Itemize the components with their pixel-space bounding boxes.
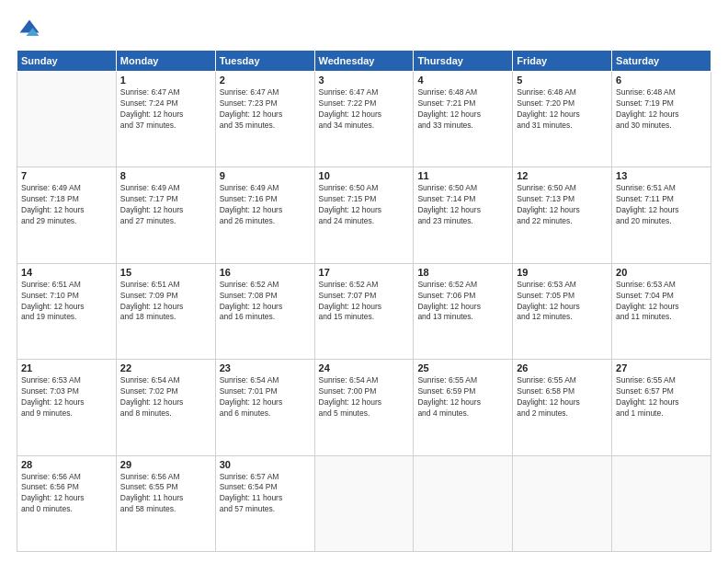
day-number: 11 — [417, 170, 508, 181]
day-info: Sunrise: 6:51 AM Sunset: 7:09 PM Dayligh… — [120, 280, 211, 324]
svg-marker-0 — [20, 20, 40, 33]
day-cell: 11Sunrise: 6:50 AM Sunset: 7:14 PM Dayli… — [414, 167, 513, 263]
day-cell: 16Sunrise: 6:52 AM Sunset: 7:08 PM Dayli… — [215, 263, 314, 359]
logo — [17, 17, 46, 42]
day-number: 15 — [120, 267, 211, 278]
day-info: Sunrise: 6:47 AM Sunset: 7:23 PM Dayligh… — [220, 87, 311, 132]
day-cell: 24Sunrise: 6:54 AM Sunset: 7:00 PM Dayli… — [314, 360, 414, 455]
day-cell: 19Sunrise: 6:53 AM Sunset: 7:05 PM Dayli… — [513, 263, 612, 359]
day-info: Sunrise: 6:49 AM Sunset: 7:17 PM Dayligh… — [120, 183, 211, 227]
day-number: 7 — [21, 170, 112, 181]
day-info: Sunrise: 6:53 AM Sunset: 7:04 PM Dayligh… — [616, 280, 707, 324]
day-info: Sunrise: 6:52 AM Sunset: 7:08 PM Dayligh… — [220, 280, 311, 324]
day-number: 13 — [616, 170, 707, 181]
day-number: 1 — [120, 75, 211, 86]
day-cell: 15Sunrise: 6:51 AM Sunset: 7:09 PM Dayli… — [116, 263, 215, 359]
day-info: Sunrise: 6:48 AM Sunset: 7:21 PM Dayligh… — [417, 87, 508, 132]
day-cell: 1Sunrise: 6:47 AM Sunset: 7:24 PM Daylig… — [116, 72, 215, 167]
weekday-header-tuesday: Tuesday — [215, 51, 314, 72]
day-info: Sunrise: 6:48 AM Sunset: 7:20 PM Dayligh… — [517, 87, 608, 132]
week-row-5: 28Sunrise: 6:56 AM Sunset: 6:56 PM Dayli… — [17, 455, 711, 551]
day-number: 9 — [220, 170, 311, 181]
day-info: Sunrise: 6:53 AM Sunset: 7:05 PM Dayligh… — [517, 280, 608, 324]
day-cell — [17, 72, 117, 167]
weekday-header-friday: Friday — [513, 51, 612, 72]
day-number: 17 — [319, 267, 410, 278]
page: SundayMondayTuesdayWednesdayThursdayFrid… — [0, 0, 728, 563]
weekday-header-saturday: Saturday — [612, 51, 711, 72]
day-info: Sunrise: 6:51 AM Sunset: 7:10 PM Dayligh… — [21, 280, 112, 324]
day-cell: 5Sunrise: 6:48 AM Sunset: 7:20 PM Daylig… — [513, 72, 612, 167]
weekday-header-sunday: Sunday — [17, 51, 117, 72]
day-number: 24 — [319, 362, 410, 373]
calendar-table: SundayMondayTuesdayWednesdayThursdayFrid… — [17, 50, 711, 552]
day-number: 21 — [21, 362, 112, 373]
day-number: 3 — [319, 75, 410, 86]
day-number: 10 — [319, 170, 410, 181]
day-cell: 6Sunrise: 6:48 AM Sunset: 7:19 PM Daylig… — [612, 72, 711, 167]
day-cell: 10Sunrise: 6:50 AM Sunset: 7:15 PM Dayli… — [314, 167, 414, 263]
weekday-header-monday: Monday — [116, 51, 215, 72]
day-info: Sunrise: 6:52 AM Sunset: 7:07 PM Dayligh… — [319, 280, 410, 324]
day-cell: 23Sunrise: 6:54 AM Sunset: 7:01 PM Dayli… — [215, 360, 314, 455]
day-info: Sunrise: 6:51 AM Sunset: 7:11 PM Dayligh… — [616, 183, 707, 227]
day-cell — [314, 455, 414, 551]
day-info: Sunrise: 6:52 AM Sunset: 7:06 PM Dayligh… — [417, 280, 508, 324]
day-number: 4 — [417, 75, 508, 86]
day-info: Sunrise: 6:50 AM Sunset: 7:14 PM Dayligh… — [417, 183, 508, 227]
week-row-4: 21Sunrise: 6:53 AM Sunset: 7:03 PM Dayli… — [17, 360, 711, 455]
day-number: 28 — [21, 459, 112, 470]
day-info: Sunrise: 6:49 AM Sunset: 7:18 PM Dayligh… — [21, 183, 112, 227]
day-cell: 28Sunrise: 6:56 AM Sunset: 6:56 PM Dayli… — [17, 455, 117, 551]
day-number: 22 — [120, 362, 211, 373]
day-cell: 27Sunrise: 6:55 AM Sunset: 6:57 PM Dayli… — [612, 360, 711, 455]
day-cell: 9Sunrise: 6:49 AM Sunset: 7:16 PM Daylig… — [215, 167, 314, 263]
week-row-3: 14Sunrise: 6:51 AM Sunset: 7:10 PM Dayli… — [17, 263, 711, 359]
day-info: Sunrise: 6:49 AM Sunset: 7:16 PM Dayligh… — [220, 183, 311, 227]
day-cell: 2Sunrise: 6:47 AM Sunset: 7:23 PM Daylig… — [215, 72, 314, 167]
day-number: 12 — [517, 170, 608, 181]
day-number: 6 — [616, 75, 707, 86]
day-info: Sunrise: 6:50 AM Sunset: 7:13 PM Dayligh… — [517, 183, 608, 227]
week-row-1: 1Sunrise: 6:47 AM Sunset: 7:24 PM Daylig… — [17, 72, 711, 167]
day-cell — [612, 455, 711, 551]
day-info: Sunrise: 6:53 AM Sunset: 7:03 PM Dayligh… — [21, 375, 112, 419]
day-number: 18 — [417, 267, 508, 278]
day-number: 2 — [220, 75, 311, 86]
day-cell: 25Sunrise: 6:55 AM Sunset: 6:59 PM Dayli… — [414, 360, 513, 455]
day-cell: 21Sunrise: 6:53 AM Sunset: 7:03 PM Dayli… — [17, 360, 117, 455]
day-info: Sunrise: 6:50 AM Sunset: 7:15 PM Dayligh… — [319, 183, 410, 227]
day-cell: 18Sunrise: 6:52 AM Sunset: 7:06 PM Dayli… — [414, 263, 513, 359]
day-number: 29 — [120, 459, 211, 470]
header — [17, 17, 711, 42]
day-cell: 7Sunrise: 6:49 AM Sunset: 7:18 PM Daylig… — [17, 167, 117, 263]
day-cell: 4Sunrise: 6:48 AM Sunset: 7:21 PM Daylig… — [414, 72, 513, 167]
day-cell — [414, 455, 513, 551]
day-cell: 22Sunrise: 6:54 AM Sunset: 7:02 PM Dayli… — [116, 360, 215, 455]
weekday-header-row: SundayMondayTuesdayWednesdayThursdayFrid… — [17, 51, 711, 72]
day-cell: 3Sunrise: 6:47 AM Sunset: 7:22 PM Daylig… — [314, 72, 414, 167]
day-info: Sunrise: 6:55 AM Sunset: 6:57 PM Dayligh… — [616, 375, 707, 419]
day-cell: 8Sunrise: 6:49 AM Sunset: 7:17 PM Daylig… — [116, 167, 215, 263]
day-number: 19 — [517, 267, 608, 278]
weekday-header-wednesday: Wednesday — [314, 51, 414, 72]
weekday-header-thursday: Thursday — [414, 51, 513, 72]
day-info: Sunrise: 6:57 AM Sunset: 6:54 PM Dayligh… — [220, 472, 311, 516]
day-info: Sunrise: 6:47 AM Sunset: 7:22 PM Dayligh… — [319, 87, 410, 132]
day-info: Sunrise: 6:54 AM Sunset: 7:02 PM Dayligh… — [120, 375, 211, 419]
day-number: 25 — [417, 362, 508, 373]
day-number: 5 — [517, 75, 608, 86]
day-number: 14 — [21, 267, 112, 278]
day-number: 23 — [220, 362, 311, 373]
day-number: 27 — [616, 362, 707, 373]
day-number: 20 — [616, 267, 707, 278]
day-cell: 14Sunrise: 6:51 AM Sunset: 7:10 PM Dayli… — [17, 263, 117, 359]
day-cell: 29Sunrise: 6:56 AM Sunset: 6:55 PM Dayli… — [116, 455, 215, 551]
day-cell: 17Sunrise: 6:52 AM Sunset: 7:07 PM Dayli… — [314, 263, 414, 359]
logo-icon — [17, 17, 42, 42]
day-info: Sunrise: 6:48 AM Sunset: 7:19 PM Dayligh… — [616, 87, 707, 132]
day-cell — [513, 455, 612, 551]
day-number: 30 — [220, 459, 311, 470]
day-info: Sunrise: 6:56 AM Sunset: 6:55 PM Dayligh… — [120, 472, 211, 516]
day-info: Sunrise: 6:55 AM Sunset: 6:59 PM Dayligh… — [417, 375, 508, 419]
